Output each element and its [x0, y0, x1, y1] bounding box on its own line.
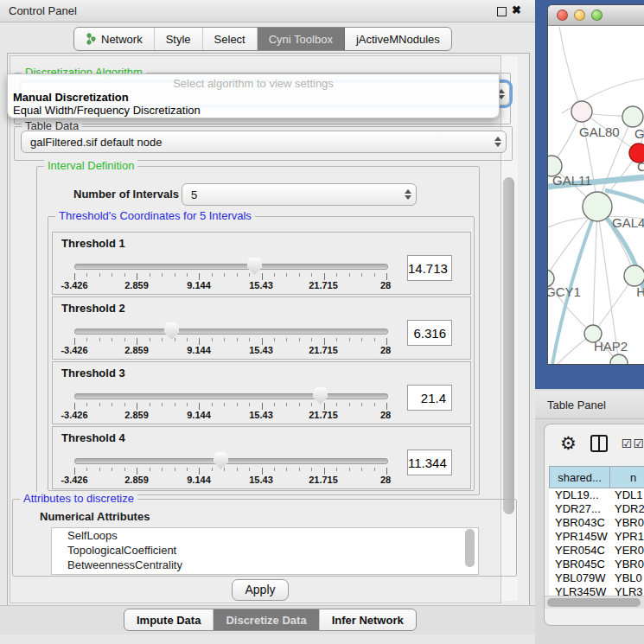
number-of-intervals-label: Number of Intervals: [73, 188, 179, 201]
bottom-tabbar: Impute Data Discretize Data Infer Networ…: [124, 609, 417, 631]
numerical-attributes-header: Numerical Attributes: [40, 510, 150, 523]
node-label-gal80: GAL80: [579, 124, 620, 139]
minimize-traffic-light[interactable]: [574, 10, 585, 21]
node-label-h-partial: H: [636, 284, 644, 299]
screen: GAL80 GA C GAL11 GAL4 GCY1 H HAP2 Table …: [0, 0, 644, 644]
attributes-group-title: Attributes to discretize: [20, 492, 137, 505]
list-item[interactable]: BetweennessCentrality: [52, 558, 478, 572]
thresholds-group-title: Threshold's Coordinates for 5 Intervals: [55, 209, 255, 222]
table-row[interactable]: YER054CYER0: [549, 544, 644, 558]
node-label-gal11: GAL11: [552, 173, 592, 188]
table-toolbar: ⚙ ☑☑: [545, 424, 644, 462]
threshold-1-value-field[interactable]: 14.713: [407, 255, 452, 281]
algorithm-dropdown-popup: Select algorithm to view settings Manual…: [7, 73, 500, 118]
tab-cyni-toolbox[interactable]: Cyni Toolbox: [258, 28, 345, 50]
columns-icon[interactable]: [590, 435, 608, 452]
node-label-partial: GA: [634, 126, 644, 141]
node-label-c-partial: C: [637, 159, 644, 174]
network-icon: [86, 33, 97, 45]
table-panel-titlebar: Table Panel: [529, 391, 644, 419]
close-icon[interactable]: ✖: [512, 3, 521, 16]
node-label-gal4: GAL4: [612, 215, 644, 230]
stepper-arrows-icon: [490, 137, 506, 147]
node-label-gcy1: GCY1: [548, 284, 581, 299]
horizontal-scrollbar[interactable]: [545, 596, 644, 609]
table-data-combobox[interactable]: galFiltered.sif default node: [21, 131, 507, 153]
tab-style[interactable]: Style: [155, 28, 203, 50]
table-row[interactable]: YDR27...YDR2: [549, 502, 644, 516]
node-h[interactable]: [624, 265, 644, 286]
tab-jactivemnodules[interactable]: jActiveMNodules: [345, 28, 451, 50]
dropdown-option-manual[interactable]: Manual Discretization: [13, 91, 129, 104]
table-row[interactable]: YPR145WYPR1: [549, 530, 644, 544]
vertical-scrollbar-thumb[interactable]: [503, 177, 514, 514]
threshold-4-slider-thumb[interactable]: [214, 452, 228, 469]
threshold-1-slider-track[interactable]: [74, 264, 388, 270]
gear-icon[interactable]: ⚙: [560, 435, 577, 452]
table-row[interactable]: YBL079WYBL0: [549, 571, 644, 585]
tab-discretize-data[interactable]: Discretize Data: [214, 609, 319, 630]
threshold-3-value-field[interactable]: 21.4: [407, 385, 452, 411]
dropdown-placeholder-option[interactable]: Select algorithm to view settings: [8, 77, 499, 90]
list-item[interactable]: SelfLoops: [52, 528, 478, 543]
control-panel-title: Control Panel: [9, 4, 77, 17]
numerical-attributes-list[interactable]: SelfLoops TopologicalCoefficient Between…: [51, 527, 479, 575]
threshold-3-slider-thumb[interactable]: [313, 387, 328, 405]
control-panel: Control Panel ✖ Network Style Select Cyn…: [0, 0, 535, 644]
network-canvas[interactable]: GAL80 GA C GAL11 GAL4 GCY1 H HAP2: [548, 26, 644, 364]
network-view-window: GAL80 GA C GAL11 GAL4 GCY1 H HAP2: [547, 4, 644, 365]
checkbox-icons[interactable]: ☑☑: [622, 437, 644, 450]
table-rows: YDL19...YDL1 YDR27...YDR2 YBR043CYBR0 YP…: [549, 488, 644, 596]
table-row[interactable]: YLR345WYLR3: [549, 585, 644, 596]
interval-definition-title: Interval Definition: [44, 159, 137, 172]
control-panel-titlebar: Control Panel ✖: [0, 0, 535, 22]
table-header-row: shared... n: [549, 466, 644, 488]
tab-impute-data[interactable]: Impute Data: [124, 609, 214, 630]
threshold-4-value-field[interactable]: 11.344: [407, 450, 452, 475]
threshold-2-slider-track[interactable]: [74, 328, 388, 335]
table-panel-title: Table Panel: [547, 399, 606, 411]
dropdown-option-equal-width[interactable]: Equal Width/Frequency Discretization: [13, 104, 201, 117]
network-window-titlebar[interactable]: [548, 5, 644, 26]
table-row[interactable]: YDL19...YDL1: [549, 488, 644, 502]
threshold-3-slider-track[interactable]: [74, 393, 388, 399]
control-panel-tabbar: Network Style Select Cyni Toolbox jActiv…: [73, 27, 452, 51]
zoom-traffic-light[interactable]: [591, 10, 603, 21]
threshold-1-panel: Threshold 1 -3.426 2.859 9.144 15.43 21.…: [52, 232, 471, 295]
threshold-4-panel: Threshold 4 -3.426 2.859 9.144 15.43 21.…: [52, 426, 471, 489]
tab-network[interactable]: Network: [74, 28, 155, 50]
number-of-intervals-combobox[interactable]: 5: [182, 183, 417, 206]
node-gal4[interactable]: [583, 192, 612, 221]
tab-select[interactable]: Select: [203, 28, 258, 50]
list-scrollbar-thumb[interactable]: [465, 529, 475, 567]
close-traffic-light[interactable]: [557, 10, 568, 21]
stepper-arrows-icon: [400, 189, 416, 200]
table-panel-box: ⚙ ☑☑ shared... n YDL19...YDL1 YDR27...YD…: [544, 424, 644, 626]
node-partial-top-right[interactable]: [622, 106, 643, 127]
threshold-4-slider-track[interactable]: [74, 458, 388, 464]
column-header-name[interactable]: n: [610, 466, 644, 488]
node-gal80[interactable]: [571, 101, 592, 122]
node-label-hap2: HAP2: [594, 339, 628, 354]
threshold-3-panel: Threshold 3 -3.426 2.859 9.144 15.43 21.…: [52, 361, 471, 424]
float-window-icon[interactable]: [497, 7, 507, 16]
threshold-2-panel: Threshold 2 -3.426 2.859 9.144 15.43 21.…: [52, 296, 471, 360]
tab-infer-network[interactable]: Infer Network: [320, 609, 416, 630]
horizontal-scrollbar-thumb[interactable]: [547, 598, 641, 607]
threshold-2-value-field[interactable]: 6.316: [407, 320, 452, 346]
list-item[interactable]: TopologicalCoefficient: [52, 543, 478, 558]
apply-button[interactable]: Apply: [232, 579, 289, 601]
threshold-2-slider-thumb[interactable]: [164, 322, 179, 340]
threshold-1-slider-thumb[interactable]: [247, 258, 262, 275]
table-row[interactable]: YBR043CYBR0: [549, 516, 644, 530]
table-row[interactable]: YBR045CYBR0: [549, 558, 644, 571]
column-header-shared[interactable]: shared...: [549, 466, 610, 488]
